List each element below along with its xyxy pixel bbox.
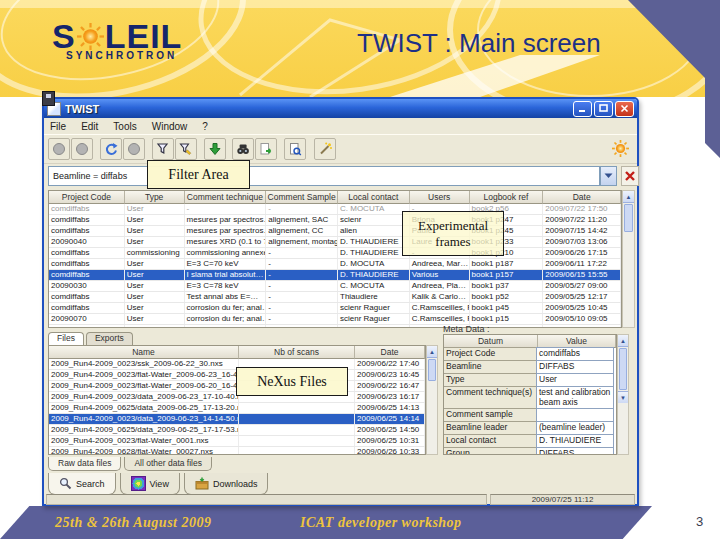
status-bar: 2009/07/25 11:12 (46, 494, 635, 505)
cell: Beamline (443, 360, 537, 374)
tab-view[interactable]: View (120, 473, 180, 495)
window-body: Beamline = diffabs Project CodeTypeComme… (44, 164, 637, 506)
cell: mesures XRD (0.1 to 7… (185, 237, 267, 247)
cell: 2009/07/15 14:42 (543, 226, 621, 236)
experiments-column-header[interactable]: Users (410, 191, 470, 204)
cell: comdiffabs (49, 292, 125, 302)
menu-help[interactable]: ? (202, 121, 208, 132)
scroll-thumb[interactable] (428, 359, 436, 381)
scroll-up-icon[interactable]: ▲ (618, 335, 628, 347)
experiments-column-header[interactable]: Type (125, 191, 185, 204)
find-button[interactable] (232, 138, 254, 160)
tab-raw-data-files[interactable]: Raw data files (48, 457, 121, 471)
minimize-button[interactable] (573, 101, 592, 117)
cell: commissioning annexe… (185, 248, 267, 258)
experiments-column-header[interactable]: Logbook ref (470, 191, 544, 204)
tab-all-other-data-files[interactable]: All other data files (124, 457, 212, 471)
nexus-file-row[interactable]: 2009_Run4-2009_0023/data_2009-06-23_14-1… (49, 414, 425, 425)
refresh-button[interactable] (100, 138, 122, 160)
experiments-column-header[interactable]: Comment technique (185, 191, 267, 204)
experiment-row[interactable]: comdiffabsUsermesures par spectros…align… (49, 215, 621, 226)
next-button[interactable] (71, 138, 93, 160)
report-button[interactable] (284, 138, 306, 160)
stop-circle-icon (127, 142, 141, 156)
menu-edit[interactable]: Edit (81, 121, 98, 132)
export-button[interactable] (255, 138, 277, 160)
close-button[interactable] (615, 101, 634, 117)
scroll-thumb[interactable] (619, 348, 627, 390)
metadata-table: DatumValue Project CodecomdiffabsBeamlin… (443, 334, 617, 455)
nexus-file-row[interactable]: 2009_Run4-2009_0625/data_2009-06-25_17-1… (49, 403, 425, 414)
nexus-scrollbar[interactable]: ▲ (426, 345, 438, 455)
cell: comdiffabs (49, 259, 125, 269)
experiments-column-header[interactable]: Date (543, 191, 621, 204)
nexus-file-row[interactable]: 2009_Run4-2009_0023/flat-Water_0001.nxs2… (49, 436, 425, 447)
page-title: TWIST : Main screen (357, 28, 601, 59)
status-datetime: 2009/07/25 11:12 (490, 494, 635, 505)
cell: User (125, 259, 185, 269)
metadata-scrollbar[interactable]: ▲ ▼ (617, 334, 629, 455)
cell: 2009/06/23 16:45 (355, 370, 425, 380)
cell: - (266, 270, 338, 280)
menu-file[interactable]: File (50, 121, 66, 132)
maximize-button[interactable] (594, 101, 613, 117)
cell: 2009/05/10 09:05 (543, 314, 621, 324)
tab-files[interactable]: Files (48, 332, 84, 345)
cell: mesures par spectros… (185, 226, 267, 236)
logo-text-leil: LEIL (105, 18, 183, 54)
cell: comdiffabs (536, 347, 614, 361)
experiment-row[interactable]: comdiffabsUsercorrosion du fer; anal…-sc… (49, 303, 621, 314)
slide: S LEIL SYNCHROTRON TWIST : Main screen (0, 0, 720, 540)
experiment-row[interactable]: comdiffabscommissioningcommissioning ann… (49, 248, 621, 259)
previous-button[interactable] (48, 138, 70, 160)
download-button[interactable] (204, 138, 226, 160)
experiments-column-header[interactable]: Local contact (338, 191, 410, 204)
wand-button[interactable] (314, 138, 336, 160)
experiment-row[interactable]: 20090040Usermesures XRD (0.1 to 7…aligne… (49, 237, 621, 248)
experiment-row[interactable]: comdiffabsUserTest annal abs E=…-Thiaudi… (49, 292, 621, 303)
nexus-file-row[interactable]: 2009_Run4-2009_0628/flat-Water_00027.nxs… (49, 447, 425, 455)
filter-clear-button[interactable] (621, 166, 639, 186)
menu-window[interactable]: Window (152, 121, 188, 132)
cell: Project Code (443, 347, 537, 361)
nexus-column-header[interactable]: Nb of scans (239, 346, 355, 359)
experiment-row[interactable]: 20090030UserE=3 C=78 keV-C. MOCUTAAndree… (49, 281, 621, 292)
scroll-thumb[interactable] (624, 204, 633, 232)
tab-downloads[interactable]: Downloads (184, 473, 269, 495)
filter-input[interactable]: Beamline = diffabs (48, 166, 600, 186)
nexus-file-row[interactable]: 2009_Run4-2009_0625/data_2009-06-25_17-1… (49, 425, 425, 436)
tab-search[interactable]: Search (48, 473, 116, 495)
tab-search-label: Search (76, 479, 105, 489)
cell: comdiffabs (49, 270, 125, 280)
filter-button[interactable] (152, 138, 174, 160)
experiment-row[interactable]: comdiffabsUserI slama trial absolut…-D. … (49, 270, 621, 281)
nexus-column-header[interactable]: Name (49, 346, 239, 359)
page-number: 3 (696, 514, 703, 529)
experiment-row[interactable]: 20090070Usercorrosion du fer; anal…-scie… (49, 314, 621, 325)
experiments-scrollbar[interactable]: ▲ (622, 190, 635, 328)
nexus-column-header[interactable]: Date (355, 346, 425, 359)
cell: - (185, 204, 267, 214)
filter-dropdown-button[interactable] (600, 166, 617, 186)
menu-tools[interactable]: Tools (113, 121, 136, 132)
cell: 2009_Run4-2009_0023/flat-Water_0001.nxs (49, 436, 239, 446)
experiment-row[interactable]: comdiffabscommissioningLinam experimenta… (49, 325, 621, 328)
experiments-column-header[interactable]: Project Code (49, 191, 125, 204)
scroll-down-icon[interactable]: ▼ (618, 391, 628, 403)
tab-exports[interactable]: Exports (86, 332, 133, 345)
experiment-row[interactable]: comdiffabsUser--C. MOCUTA-book2 p562009/… (49, 204, 621, 215)
scroll-up-icon[interactable]: ▲ (427, 346, 437, 358)
stop-button[interactable] (123, 138, 145, 160)
window-titlebar[interactable]: TWIST (44, 99, 637, 118)
filter-edit-button[interactable] (175, 138, 197, 160)
experiment-row[interactable]: comdiffabsUserE=3 C=70 keV-D. MOCUTAAndr… (49, 259, 621, 270)
experiment-row[interactable]: comdiffabsUsermesures par spectros…align… (49, 226, 621, 237)
scroll-up-icon[interactable]: ▲ (623, 191, 634, 203)
cell: (beamline leader) (536, 421, 614, 435)
metadata-row[interactable]: Comment technique(s)test and calibration… (444, 387, 616, 409)
metadata-row[interactable]: GroupDIFFABS (444, 448, 616, 455)
cell: Andreea, Mar… (410, 259, 470, 269)
cell: book1 p52 (470, 292, 544, 302)
experiments-column-header[interactable]: Comment Sample (266, 191, 338, 204)
cell: D. MOCUTA (338, 259, 410, 269)
